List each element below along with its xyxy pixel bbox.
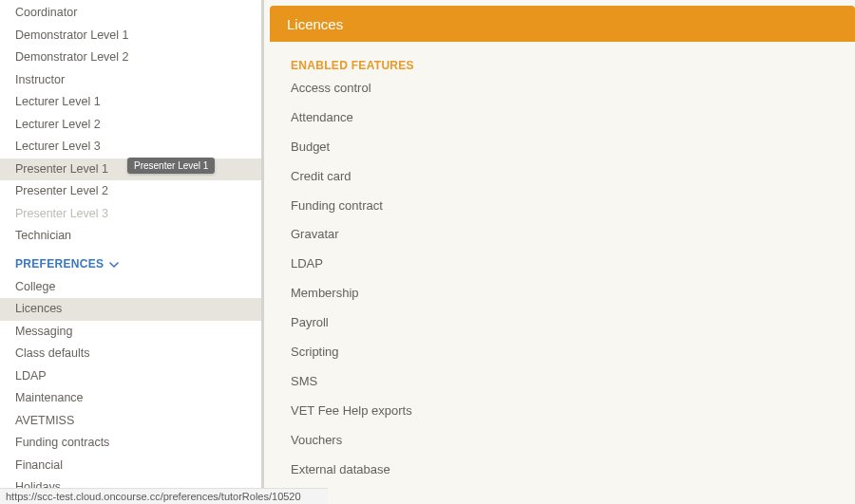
sidebar-role-item[interactable]: Technician — [0, 225, 261, 248]
sidebar-role-item[interactable]: Lecturer Level 2 — [0, 114, 261, 137]
feature-item: Funding contract — [291, 192, 834, 221]
chevron-down-icon — [109, 259, 119, 269]
sidebar-role-item[interactable]: Instructor — [0, 69, 261, 92]
sidebar: Coordinator Demonstrator Level 1 Demonst… — [0, 0, 264, 504]
feature-item: Attendance — [291, 103, 834, 133]
sidebar-pref-item[interactable]: Class defaults — [0, 343, 261, 365]
hover-tooltip: Presenter Level 1 — [127, 158, 215, 174]
feature-item: SMS — [291, 367, 834, 397]
feature-item: Credit card — [291, 162, 834, 192]
feature-item: LDAP — [291, 250, 834, 279]
sidebar-pref-item[interactable]: Maintenance — [0, 387, 261, 410]
feature-item: VET Fee Help exports — [291, 397, 834, 426]
sidebar-pref-item[interactable]: AVETMISS — [0, 410, 261, 433]
sidebar-role-item[interactable]: Lecturer Level 3 — [0, 136, 261, 159]
main-panel: Licences ENABLED FEATURES Access control… — [264, 0, 855, 504]
feature-item: Access control — [291, 74, 834, 103]
sidebar-pref-item[interactable]: Financial — [0, 455, 261, 477]
sidebar-pref-item[interactable]: Messaging — [0, 321, 261, 344]
sidebar-role-item[interactable]: Presenter Level 3 — [0, 203, 261, 226]
sidebar-role-item[interactable]: Presenter Level 2 — [0, 180, 261, 203]
feature-item: Scripting — [291, 338, 834, 367]
preferences-header-label: PREFERENCES — [15, 257, 104, 271]
sidebar-role-item[interactable]: Demonstrator Level 2 — [0, 47, 261, 69]
preferences-header[interactable]: PREFERENCES — [0, 248, 261, 276]
sidebar-pref-item[interactable]: College — [0, 276, 261, 299]
feature-item: Gravatar — [291, 220, 834, 250]
sidebar-role-item[interactable]: Lecturer Level 1 — [0, 91, 261, 114]
feature-item: Vouchers — [291, 426, 834, 456]
page-title: Licences — [287, 16, 343, 32]
enabled-features-header: ENABLED FEATURES — [291, 59, 834, 72]
page-title-bar: Licences — [270, 6, 855, 42]
feature-item: Payroll — [291, 308, 834, 338]
feature-item: Membership — [291, 279, 834, 308]
feature-item: External database — [291, 456, 834, 485]
sidebar-role-item[interactable]: Demonstrator Level 1 — [0, 25, 261, 47]
feature-item: Budget — [291, 133, 834, 162]
sidebar-role-item[interactable]: Coordinator — [0, 2, 261, 25]
sidebar-pref-item[interactable]: LDAP — [0, 365, 261, 388]
browser-status-bar: https://scc-test.cloud.oncourse.cc/prefe… — [0, 488, 328, 504]
sidebar-pref-item[interactable]: Licences — [0, 298, 261, 321]
sidebar-pref-item[interactable]: Funding contracts — [0, 432, 261, 455]
content-area: ENABLED FEATURES Access control Attendan… — [270, 42, 855, 504]
enabled-features-list: Access control Attendance Budget Credit … — [291, 74, 834, 484]
